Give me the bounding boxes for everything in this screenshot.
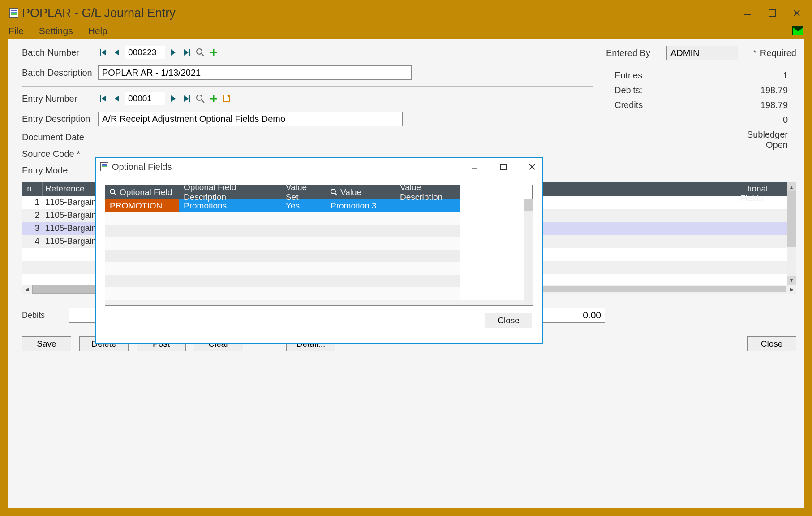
- col-index[interactable]: in...: [22, 182, 43, 196]
- scroll-right-icon[interactable]: ▸: [787, 284, 796, 294]
- svg-rect-19: [189, 95, 190, 102]
- first-record-icon[interactable]: [98, 47, 109, 58]
- prev-record-icon[interactable]: [112, 47, 122, 58]
- optional-field-row[interactable]: [105, 250, 533, 262]
- new-entry-icon[interactable]: [208, 93, 219, 104]
- first-entry-icon[interactable]: [98, 93, 109, 104]
- cell-value-desc: [395, 199, 460, 212]
- separator: [22, 86, 593, 87]
- mail-icon[interactable]: [792, 26, 803, 35]
- maximize-button[interactable]: [760, 3, 784, 23]
- entered-by-input: [666, 46, 738, 60]
- row-index: 3: [22, 222, 43, 235]
- summary-debits-value: 198.79: [760, 85, 788, 95]
- entry-number-input[interactable]: [125, 92, 165, 105]
- search-icon[interactable]: [195, 47, 206, 58]
- dialog-maximize-button[interactable]: [498, 161, 509, 172]
- entry-search-icon[interactable]: [195, 93, 206, 104]
- cell-optional-field-desc: Promotions: [179, 199, 281, 212]
- optional-field-row[interactable]: [105, 275, 533, 287]
- cell-value: Promotion 3: [326, 199, 395, 212]
- cell-blank: [460, 199, 533, 212]
- search-icon[interactable]: [331, 189, 338, 196]
- svg-marker-18: [184, 95, 189, 102]
- row-index: 1: [22, 196, 43, 209]
- dialog-close-x-button[interactable]: [527, 161, 537, 172]
- col-optional-field[interactable]: Optional Field: [105, 185, 179, 199]
- summary-credits-label: Credits:: [614, 100, 645, 110]
- scroll-down-icon[interactable]: ▾: [787, 276, 796, 285]
- document-date-label: Document Date: [22, 132, 98, 143]
- svg-marker-16: [115, 95, 119, 102]
- summary-credits-value: 198.79: [760, 100, 788, 110]
- new-batch-icon[interactable]: [208, 47, 219, 58]
- next-record-icon[interactable]: [168, 47, 179, 58]
- cell-value-set: Yes: [281, 199, 326, 212]
- optional-field-row[interactable]: [105, 287, 533, 300]
- svg-point-10: [197, 49, 202, 54]
- cell-optional-field: PROMOTION: [105, 199, 179, 212]
- menu-settings[interactable]: Settings: [39, 26, 73, 36]
- svg-rect-9: [189, 49, 190, 56]
- svg-rect-14: [100, 95, 101, 102]
- svg-marker-6: [115, 49, 119, 56]
- window-title: POPLAR - G/L Journal Entry: [22, 6, 176, 20]
- menu-help[interactable]: Help: [88, 26, 107, 36]
- optional-field-row[interactable]: PROMOTION Promotions Yes Promotion 3: [105, 199, 533, 212]
- vertical-scrollbar[interactable]: ▴ ▾: [787, 182, 796, 285]
- batch-number-label: Batch Number: [22, 48, 98, 58]
- col-blank: [460, 185, 533, 199]
- save-button[interactable]: Save: [22, 336, 71, 351]
- optional-field-row[interactable]: [105, 262, 533, 275]
- last-entry-icon[interactable]: [181, 93, 192, 104]
- svg-marker-15: [102, 95, 106, 102]
- summary-open-label: Open: [614, 140, 788, 150]
- search-icon[interactable]: [110, 189, 117, 196]
- optional-fields-grid[interactable]: Optional Field Optional Field Descriptio…: [105, 185, 533, 306]
- close-button[interactable]: Close: [747, 336, 796, 351]
- summary-entries-value: 1: [783, 70, 788, 81]
- last-record-icon[interactable]: [181, 47, 192, 58]
- col-value[interactable]: Value: [326, 185, 395, 199]
- source-code-label: Source Code *: [22, 149, 98, 159]
- dialog-icon: [100, 162, 108, 171]
- entry-number-label: Entry Number: [22, 94, 98, 104]
- entry-description-input[interactable]: [98, 112, 403, 126]
- optional-field-row[interactable]: [105, 237, 533, 250]
- col-optional-field-desc[interactable]: Optional Field Description: [179, 185, 281, 199]
- scroll-up-icon[interactable]: ▴: [787, 182, 796, 191]
- minimize-button[interactable]: [735, 3, 760, 23]
- entry-description-label: Entry Description: [22, 114, 98, 124]
- scroll-left-icon[interactable]: ◂: [22, 284, 31, 294]
- window-close-button[interactable]: [784, 3, 809, 23]
- scroll-thumb[interactable]: [524, 199, 533, 211]
- next-entry-icon[interactable]: [168, 93, 179, 104]
- svg-point-20: [197, 95, 202, 100]
- col-value-desc[interactable]: Value Description: [395, 185, 460, 199]
- optional-fields-dialog: Optional Fields Optional Field Optional …: [95, 157, 543, 344]
- svg-point-32: [331, 189, 335, 194]
- scroll-thumb[interactable]: [787, 191, 796, 247]
- svg-line-31: [114, 193, 116, 195]
- titlebar: POPLAR - G/L Journal Entry: [3, 3, 809, 23]
- dialog-minimize-button[interactable]: [469, 161, 480, 172]
- svg-marker-7: [171, 49, 176, 56]
- menu-file[interactable]: File: [9, 26, 24, 36]
- dialog-close-button[interactable]: Close: [485, 313, 532, 328]
- dialog-vertical-scrollbar[interactable]: [524, 199, 533, 305]
- svg-rect-1: [769, 10, 775, 16]
- required-indicator: Required: [753, 48, 796, 58]
- batch-description-input[interactable]: [98, 65, 412, 80]
- svg-marker-8: [184, 49, 189, 56]
- optional-field-row[interactable]: [105, 225, 533, 237]
- prev-entry-icon[interactable]: [112, 93, 122, 104]
- optional-field-row[interactable]: [105, 212, 533, 225]
- svg-rect-4: [100, 49, 101, 56]
- zoom-icon[interactable]: [222, 93, 232, 104]
- col-value-set[interactable]: Value Set: [281, 185, 326, 199]
- batch-number-input[interactable]: [125, 46, 165, 59]
- summary-subledger-label: Subledger: [614, 130, 788, 140]
- content-panel: Batch Number Batch Description: [8, 39, 804, 508]
- svg-rect-27: [501, 164, 506, 169]
- svg-marker-17: [171, 95, 176, 102]
